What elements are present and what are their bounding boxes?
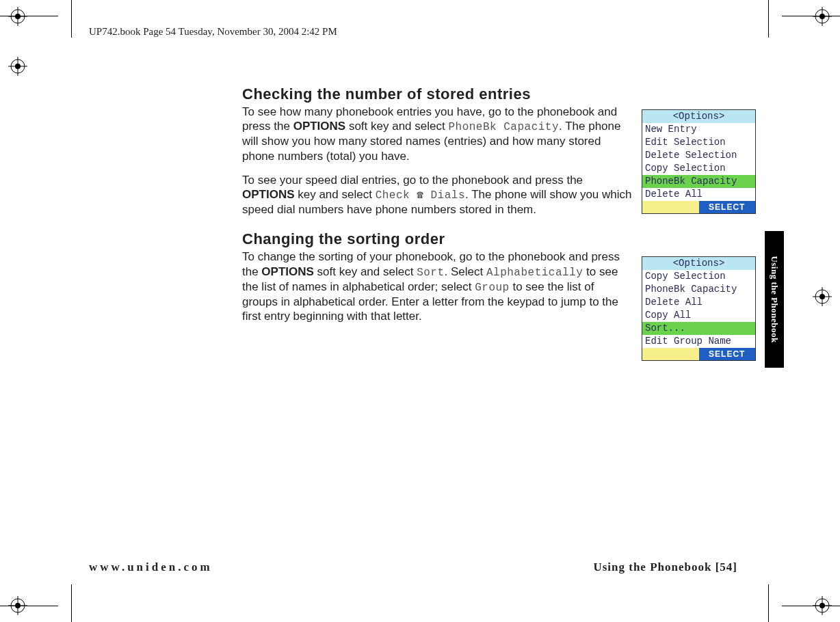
menu-item: Delete All — [642, 296, 755, 309]
footer-url: www.uniden.com — [89, 560, 213, 574]
page-header-metadata: UP742.book Page 54 Tuesday, November 30,… — [89, 26, 337, 38]
page-body: Checking the number of stored entries To… — [242, 85, 632, 333]
menu-item: PhoneBk Capacity — [642, 283, 755, 296]
menu-item: Delete Selection — [642, 149, 755, 162]
softkey-right: SELECT — [699, 348, 756, 360]
menu-item: Edit Group Name — [642, 335, 755, 348]
reg-mark-icon — [813, 287, 832, 306]
softkey-bar: SELECT — [642, 348, 755, 360]
softkey-left — [642, 348, 699, 360]
menu-item: Copy Selection — [642, 270, 755, 283]
menu-item: Edit Selection — [642, 136, 755, 149]
section-tab-label: Using the Phonebook — [769, 256, 780, 342]
crop-line — [71, 0, 72, 38]
crop-line — [768, 0, 769, 38]
screen-title: <Options> — [642, 110, 755, 123]
phone-screen-options-2: <Options> Copy Selection PhoneBk Capacit… — [642, 256, 756, 361]
footer-pagetitle: Using the Phonebook [54] — [593, 560, 737, 574]
crop-line — [0, 606, 58, 606]
paragraph: To see your speed dial entries, go to th… — [242, 173, 632, 217]
menu-item-highlighted: Sort... — [642, 322, 755, 335]
menu-item: New Entry — [642, 123, 755, 136]
menu-item-highlighted: PhoneBk Capacity — [642, 175, 755, 188]
crop-line — [768, 584, 769, 622]
crop-line — [782, 606, 840, 606]
screen-title: <Options> — [642, 257, 755, 270]
crop-line — [0, 16, 58, 16]
phone-screen-options-1: <Options> New Entry Edit Selection Delet… — [642, 109, 756, 214]
paragraph: To change the sorting of your phonebook,… — [242, 249, 632, 323]
crop-line — [71, 584, 72, 622]
section-heading: Changing the sorting order — [242, 230, 632, 248]
menu-item: Copy All — [642, 309, 755, 322]
section-tab: Using the Phonebook — [765, 231, 784, 368]
menu-item: Copy Selection — [642, 162, 755, 175]
reg-mark-icon — [8, 57, 27, 76]
phone-icon: ☎ — [417, 189, 423, 202]
crop-line — [782, 16, 840, 16]
section-heading: Checking the number of stored entries — [242, 85, 632, 103]
softkey-left — [642, 201, 699, 213]
reg-mark-icon — [813, 7, 832, 26]
menu-item: Delete All — [642, 188, 755, 201]
paragraph: To see how many phonebook entries you ha… — [242, 105, 632, 163]
reg-mark-icon — [8, 7, 27, 26]
softkey-bar: SELECT — [642, 201, 755, 213]
softkey-right: SELECT — [699, 201, 756, 213]
